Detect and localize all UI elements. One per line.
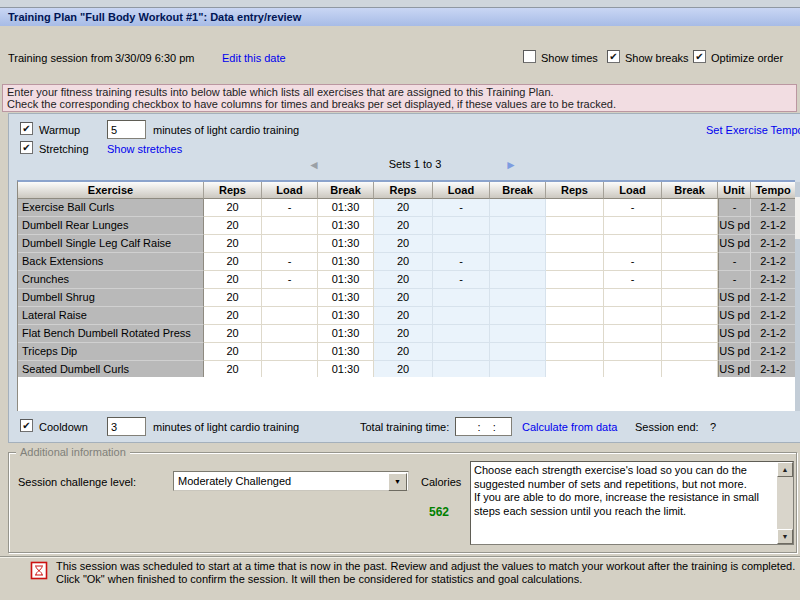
break-cell[interactable] [490, 289, 546, 307]
reps-cell[interactable] [546, 271, 604, 289]
reps-cell[interactable] [546, 235, 604, 253]
break-cell[interactable] [490, 217, 546, 235]
break-cell[interactable] [662, 253, 718, 271]
load-cell[interactable] [604, 235, 662, 253]
break-cell[interactable] [662, 217, 718, 235]
scrollbar-thumb[interactable] [795, 197, 800, 239]
load-cell[interactable]: - [262, 199, 318, 217]
break-cell[interactable] [490, 343, 546, 361]
reps-cell[interactable]: 20 [374, 325, 433, 343]
reps-cell[interactable] [546, 253, 604, 271]
previous-sets-arrow-icon[interactable]: ◄ [308, 156, 320, 174]
load-cell[interactable]: - [604, 253, 662, 271]
reps-cell[interactable] [546, 325, 604, 343]
break-cell[interactable] [662, 343, 718, 361]
stretching-checkbox[interactable]: ✔ [20, 141, 33, 154]
break-cell[interactable] [490, 325, 546, 343]
load-cell[interactable] [262, 235, 318, 253]
reps-cell[interactable] [546, 217, 604, 235]
reps-cell[interactable]: 20 [204, 253, 262, 271]
reps-cell[interactable]: 20 [374, 343, 433, 361]
load-cell[interactable] [433, 289, 490, 307]
reps-cell[interactable] [546, 307, 604, 325]
load-cell[interactable]: - [433, 271, 490, 289]
break-cell[interactable] [662, 307, 718, 325]
load-cell[interactable] [604, 325, 662, 343]
set-exercise-tempo-link[interactable]: Set Exercise Tempo [706, 124, 800, 136]
load-cell[interactable] [433, 307, 490, 325]
reps-cell[interactable]: 20 [374, 271, 433, 289]
load-cell[interactable]: - [604, 199, 662, 217]
advice-textarea[interactable]: Choose each strength exercise's load so … [470, 461, 794, 545]
break-cell[interactable] [662, 271, 718, 289]
challenge-level-select[interactable]: Moderately Challenged ▼ [173, 471, 409, 491]
table-vertical-scrollbar[interactable] [795, 182, 800, 411]
break-cell[interactable]: 01:30 [318, 199, 374, 217]
cooldown-minutes-input[interactable] [107, 417, 146, 436]
load-cell[interactable]: - [604, 271, 662, 289]
reps-cell[interactable] [546, 289, 604, 307]
dropdown-arrow-icon[interactable]: ▼ [388, 473, 407, 491]
optimize-order-checkbox[interactable]: ✔ [693, 50, 706, 63]
cooldown-checkbox[interactable]: ✔ [20, 419, 33, 432]
reps-cell[interactable]: 20 [204, 289, 262, 307]
break-cell[interactable] [662, 235, 718, 253]
reps-cell[interactable]: 20 [204, 307, 262, 325]
load-cell[interactable] [262, 307, 318, 325]
reps-cell[interactable]: 20 [204, 343, 262, 361]
break-cell[interactable]: 01:30 [318, 289, 374, 307]
load-cell[interactable]: - [433, 253, 490, 271]
break-cell[interactable]: 01:30 [318, 325, 374, 343]
reps-cell[interactable]: 20 [374, 253, 433, 271]
load-cell[interactable] [604, 289, 662, 307]
load-cell[interactable]: - [262, 253, 318, 271]
break-cell[interactable]: 01:30 [318, 253, 374, 271]
break-cell[interactable] [490, 271, 546, 289]
break-cell[interactable] [490, 307, 546, 325]
reps-cell[interactable]: 20 [374, 307, 433, 325]
break-cell[interactable]: 01:30 [318, 271, 374, 289]
show-times-checkbox[interactable]: ✔ [523, 50, 536, 63]
load-cell[interactable]: - [433, 199, 490, 217]
next-sets-arrow-icon[interactable]: ► [505, 156, 517, 174]
scroll-up-icon[interactable]: ▲ [777, 462, 793, 477]
advice-scrollbar[interactable]: ▲ ▼ [777, 462, 793, 544]
break-cell[interactable]: 01:30 [318, 307, 374, 325]
total-time-input[interactable] [455, 417, 512, 436]
load-cell[interactable] [262, 343, 318, 361]
reps-cell[interactable]: 20 [204, 217, 262, 235]
edit-date-link[interactable]: Edit this date [222, 52, 286, 64]
show-breaks-checkbox[interactable]: ✔ [607, 50, 620, 63]
break-cell[interactable]: 01:30 [318, 235, 374, 253]
reps-cell[interactable]: 20 [374, 199, 433, 217]
break-cell[interactable]: 01:30 [318, 217, 374, 235]
load-cell[interactable] [433, 217, 490, 235]
reps-cell[interactable]: 20 [204, 325, 262, 343]
load-cell[interactable] [604, 217, 662, 235]
reps-cell[interactable]: 20 [374, 289, 433, 307]
show-stretches-link[interactable]: Show stretches [107, 143, 182, 155]
reps-cell[interactable] [546, 343, 604, 361]
reps-cell[interactable]: 20 [374, 235, 433, 253]
break-cell[interactable] [662, 325, 718, 343]
warmup-checkbox[interactable]: ✔ [20, 122, 33, 135]
break-cell[interactable] [490, 253, 546, 271]
reps-cell[interactable]: 20 [204, 235, 262, 253]
scroll-down-icon[interactable]: ▼ [777, 529, 793, 544]
load-cell[interactable] [262, 289, 318, 307]
break-cell[interactable] [662, 199, 718, 217]
break-cell[interactable]: 01:30 [318, 343, 374, 361]
warmup-minutes-input[interactable] [107, 120, 146, 139]
reps-cell[interactable] [546, 199, 604, 217]
load-cell[interactable] [604, 307, 662, 325]
load-cell[interactable] [433, 235, 490, 253]
break-cell[interactable] [490, 235, 546, 253]
reps-cell[interactable]: 20 [204, 271, 262, 289]
break-cell[interactable] [662, 289, 718, 307]
load-cell[interactable] [262, 325, 318, 343]
load-cell[interactable] [604, 343, 662, 361]
load-cell[interactable] [433, 325, 490, 343]
load-cell[interactable] [262, 217, 318, 235]
reps-cell[interactable]: 20 [204, 199, 262, 217]
load-cell[interactable] [433, 343, 490, 361]
